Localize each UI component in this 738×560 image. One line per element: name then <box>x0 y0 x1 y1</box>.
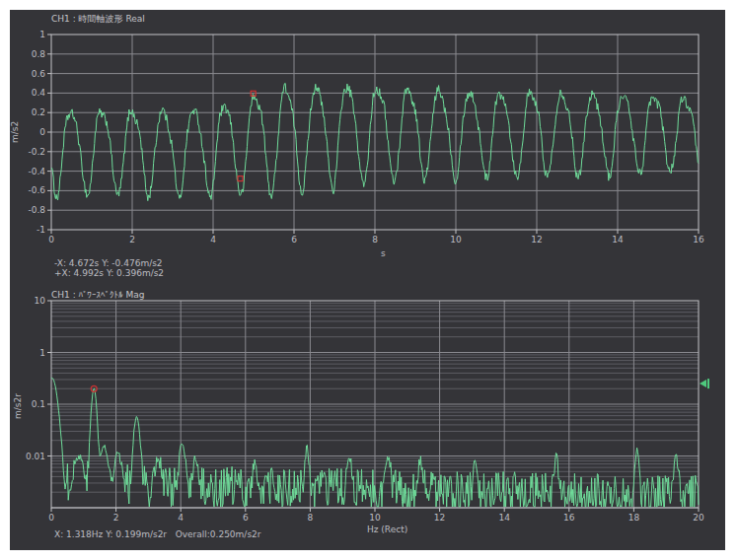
spec-x-tick-label: 4 <box>178 513 184 523</box>
time-y-tick-label: -0.2 <box>28 147 45 157</box>
spec-y-tick-label: 10 <box>35 296 46 306</box>
time-y-tick-label: 0.8 <box>32 49 46 59</box>
spec-x-tick-label: 12 <box>434 513 445 523</box>
time-y-tick-label: 1 <box>39 30 45 39</box>
time-y-tick-label: -1 <box>37 225 45 235</box>
time-x-tick-label: 8 <box>372 235 378 245</box>
spec-x-tick-label: 0 <box>48 513 54 523</box>
analyzer-screen: CH1 : 時間軸波形 Real m/s2 s -X: 4.672s Y: -0… <box>0 0 738 560</box>
spec-x-tick-label: 18 <box>628 513 640 523</box>
time-y-tick-label: 0.4 <box>32 88 46 98</box>
time-x-tick-label: 4 <box>210 235 216 245</box>
time-chart-plot[interactable]: 024681012141610.80.60.40.20-0.2-0.4-0.6-… <box>28 30 704 245</box>
time-x-tick-label: 12 <box>531 235 542 245</box>
spec-x-tick-label: 16 <box>563 513 575 523</box>
time-y-tick-label: 0.2 <box>32 107 45 117</box>
charts-canvas: 024681012141610.80.60.40.20-0.2-0.4-0.6-… <box>10 10 725 550</box>
time-x-tick-label: 0 <box>48 235 54 245</box>
spec-x-tick-label: 8 <box>308 513 314 523</box>
time-y-tick-label: -0.6 <box>28 185 45 195</box>
overall-level-marker-arrow <box>700 380 706 387</box>
spec-y-tick-label: 0.01 <box>26 452 45 461</box>
spec-x-tick-label: 2 <box>113 513 119 523</box>
time-y-tick-label: 0.6 <box>32 69 46 79</box>
time-cursor-marker <box>238 176 243 181</box>
time-x-tick-label: 14 <box>612 235 624 245</box>
overall-level-marker-bar <box>707 379 709 388</box>
spec-x-tick-label: 10 <box>369 513 381 523</box>
time-y-tick-label: 0 <box>39 127 45 137</box>
spec-y-tick-label: 0.1 <box>32 399 45 409</box>
spectrum-chart-plot[interactable]: 024681012141618201010.10.01 <box>26 296 709 523</box>
spec-y-tick-label: 1 <box>39 348 45 358</box>
time-y-tick-label: -0.8 <box>28 205 45 215</box>
time-y-tick-label: -0.4 <box>28 167 45 176</box>
spec-x-tick-label: 14 <box>498 513 510 523</box>
time-x-tick-label: 10 <box>450 235 462 245</box>
analyzer-panel: CH1 : 時間軸波形 Real m/s2 s -X: 4.672s Y: -0… <box>10 10 725 550</box>
time-x-tick-label: 16 <box>693 235 704 245</box>
spec-x-tick-label: 20 <box>693 513 704 523</box>
spec-x-tick-label: 6 <box>243 513 249 523</box>
time-x-tick-label: 6 <box>291 235 297 245</box>
time-x-tick-label: 2 <box>129 235 135 245</box>
